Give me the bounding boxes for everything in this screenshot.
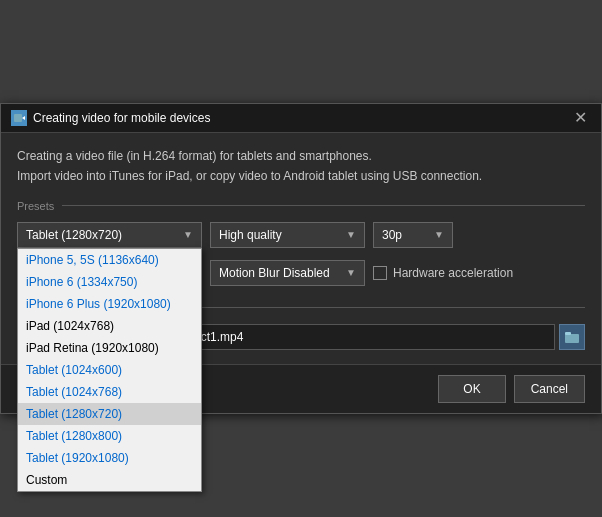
svg-marker-1: [22, 116, 25, 120]
motion-blur-arrow: ▼: [346, 267, 356, 278]
quality-dropdown[interactable]: High quality ▼: [210, 222, 365, 248]
controls-row2: Motion Blur Disabled ▼ Hardware accelera…: [210, 260, 585, 286]
svg-rect-0: [14, 114, 22, 122]
list-item[interactable]: Tablet (1024x600): [18, 359, 201, 381]
list-item[interactable]: iPhone 6 Plus (1920x1080): [18, 293, 201, 315]
list-item-custom[interactable]: Custom: [18, 469, 201, 491]
hardware-acceleration-text: Hardware acceleration: [393, 266, 513, 280]
titlebar-left: Creating video for mobile devices: [11, 110, 210, 126]
presets-row: Tablet (1280x720) ▼ iPhone 5, 5S (1136x6…: [17, 222, 585, 286]
presets-section-label: Presets: [17, 200, 585, 212]
dialog-title: Creating video for mobile devices: [33, 111, 210, 125]
close-button[interactable]: ✕: [570, 110, 591, 126]
browse-button[interactable]: [559, 324, 585, 350]
hardware-acceleration-checkbox[interactable]: [373, 266, 387, 280]
preset-dropdown-arrow: ▼: [183, 229, 193, 240]
list-item[interactable]: iPhone 6 (1334x750): [18, 271, 201, 293]
hardware-acceleration-label[interactable]: Hardware acceleration: [373, 266, 513, 280]
quality-arrow: ▼: [346, 229, 356, 240]
preset-dropdown-list: iPhone 5, 5S (1136x640) iPhone 6 (1334x7…: [17, 248, 202, 492]
preset-dropdown[interactable]: Tablet (1280x720) ▼: [17, 222, 202, 248]
fps-selected: 30p: [382, 228, 402, 242]
dialog-content: Creating a video file (in H.264 format) …: [1, 133, 601, 363]
fps-dropdown[interactable]: 30p ▼: [373, 222, 453, 248]
ok-button[interactable]: OK: [438, 375, 505, 403]
dialog: Creating video for mobile devices ✕ Crea…: [0, 103, 602, 413]
list-item[interactable]: iPhone 5, 5S (1136x640): [18, 249, 201, 271]
motion-blur-selected: Motion Blur Disabled: [219, 266, 330, 280]
svg-rect-2: [565, 334, 579, 343]
description: Creating a video file (in H.264 format) …: [17, 147, 585, 185]
presets-left: Tablet (1280x720) ▼ iPhone 5, 5S (1136x6…: [17, 222, 202, 248]
quality-selected: High quality: [219, 228, 282, 242]
fps-arrow: ▼: [434, 229, 444, 240]
svg-rect-3: [565, 332, 571, 335]
list-item[interactable]: Tablet (1024x768): [18, 381, 201, 403]
description-line2: Import video into iTunes for iPad, or co…: [17, 167, 585, 186]
list-item[interactable]: iPad Retina (1920x1080): [18, 337, 201, 359]
preset-selected: Tablet (1280x720): [26, 228, 122, 242]
motion-blur-dropdown[interactable]: Motion Blur Disabled ▼: [210, 260, 365, 286]
list-item[interactable]: iPad (1024x768): [18, 315, 201, 337]
titlebar: Creating video for mobile devices ✕: [1, 104, 601, 133]
app-icon: [11, 110, 27, 126]
controls-row1: High quality ▼ 30p ▼: [210, 222, 585, 248]
list-item[interactable]: Tablet (1920x1080): [18, 447, 201, 469]
description-line1: Creating a video file (in H.264 format) …: [17, 147, 585, 166]
list-item[interactable]: Tablet (1280x800): [18, 425, 201, 447]
list-item-selected[interactable]: Tablet (1280x720): [18, 403, 201, 425]
controls-right: High quality ▼ 30p ▼ Motion Blur Disable…: [210, 222, 585, 286]
cancel-button[interactable]: Cancel: [514, 375, 585, 403]
